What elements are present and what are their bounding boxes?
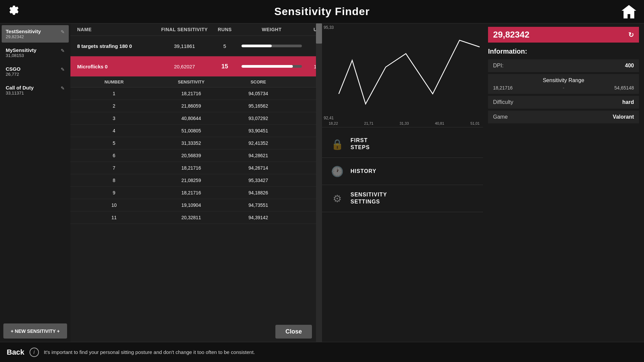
nav-history[interactable]: 🕐 HISTORY [322,158,483,185]
refresh-icon[interactable]: ↻ [628,31,634,39]
sidebar: TestSensitivity 29,82342 ✎ MySensitivty … [0,23,70,342]
close-button[interactable]: Close [275,325,312,339]
bottom-bar: Back i It's important to find your perso… [0,342,644,362]
nav-buttons: 🔒 FIRSTSTEPS 🕐 HISTORY ⚙ SENSITIVITYSETT… [322,131,483,212]
edit-icon-3[interactable]: ✎ [61,85,65,91]
sub-row-5: 6 20,56839 94,28621 [70,149,322,162]
chart-area: 95,33 92,41 18,22 21,71 31,33 40,81 51,0… [322,23,483,127]
settings-icon: ⚙ [329,190,345,207]
table-header: NAME FINAL SENSITIVITY RUNS WEIGHT USE [70,23,322,36]
sub-row-6: 7 18,21716 94,26714 [70,162,322,174]
edit-icon-2[interactable]: ✎ [61,67,65,72]
sub-row-7: 8 21,08259 95,33427 [70,174,322,187]
home-icon[interactable] [621,3,637,20]
tip-icon: i [30,348,39,357]
chart-x-labels: 18,22 21,71 31,33 40,81 51,01 [329,121,480,125]
nav-first-steps[interactable]: 🔒 FIRSTSTEPS [322,131,483,158]
sidebar-item-0[interactable]: TestSensitivity 29,82342 ✎ [2,25,69,43]
game-row: Game Valorant [488,111,639,123]
bottom-tip: It's important to find your personal sit… [44,349,255,355]
scenario-row-1[interactable]: Microflicks 0 20,62027 15 1,01 ✓ [70,56,322,77]
nav-sensitivity-settings[interactable]: ⚙ SENSITIVITYSETTINGS [322,185,483,212]
col-weight: WEIGHT [238,27,305,32]
sub-row-10: 11 20,32811 94,39142 [70,212,322,224]
info-panel: 29,82342 ↻ Information: DPI: 400 Sensiti… [483,23,644,342]
back-button[interactable]: Back [7,348,24,357]
sub-row-9: 10 19,10904 94,73551 [70,199,322,212]
sensitivity-range-box: Sensitivity Range 18,21716 - 54,65148 [488,74,639,94]
top-bar: Sensitivity Finder [0,0,644,23]
sub-row-3: 4 51,00805 93,90451 [70,125,322,137]
app-title: Sensitivity Finder [274,5,370,18]
sidebar-item-2[interactable]: CSGO 26,772 ✎ [2,63,69,80]
weight-bar-1 [238,65,305,68]
col-sensitivity: FINAL SENSITIVITY [158,27,211,32]
history-icon: 🕐 [329,163,345,180]
sensitivity-display: 29,82342 ↻ [488,27,639,43]
lock-icon: 🔒 [329,136,345,153]
scenario-row-0[interactable]: 8 targets strafing 180 0 39,11861 5 1 ✓ [70,36,322,56]
difficulty-row: Difficulty hard [488,96,639,109]
new-sensitivity-button[interactable]: + NEW SENSITIVITY + [3,323,67,339]
sub-row-2: 3 40,80644 93,07292 [70,112,322,125]
sub-row-0: 1 18,21716 94,05734 [70,87,322,100]
sub-row-8: 9 18,21716 94,18826 [70,187,322,199]
dpi-row: DPI: 400 [488,59,639,72]
edit-icon-0[interactable]: ✎ [61,29,65,35]
scrollbar[interactable] [316,23,322,342]
col-name: NAME [70,27,158,32]
sidebar-item-1[interactable]: MySensitivty 31,08153 ✎ [2,44,69,61]
gear-icon[interactable] [7,5,20,18]
sub-table-header: NUMBER SENSITIVITY SCORE [70,77,322,87]
sub-row-4: 5 31,33352 92,41352 [70,137,322,149]
col-runs: RUNS [211,27,238,32]
weight-bar-0 [238,45,305,47]
main-table: NAME FINAL SENSITIVITY RUNS WEIGHT USE 8… [70,23,322,342]
sub-row-1: 2 21,86059 95,16562 [70,100,322,112]
sub-rows: 1 18,21716 94,05734 2 21,86059 95,16562 … [70,87,322,224]
sidebar-item-3[interactable]: Call of Duty 33,11371 ✎ [2,81,69,99]
right-panel: 95,33 92,41 18,22 21,71 31,33 40,81 51,0… [322,23,644,342]
edit-icon-1[interactable]: ✎ [61,48,65,53]
